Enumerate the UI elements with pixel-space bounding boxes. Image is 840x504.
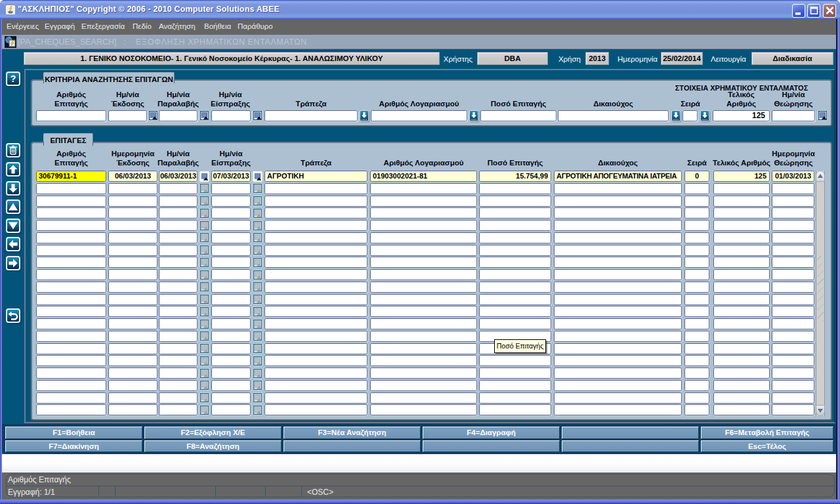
svg-text:?: ? xyxy=(10,74,16,84)
